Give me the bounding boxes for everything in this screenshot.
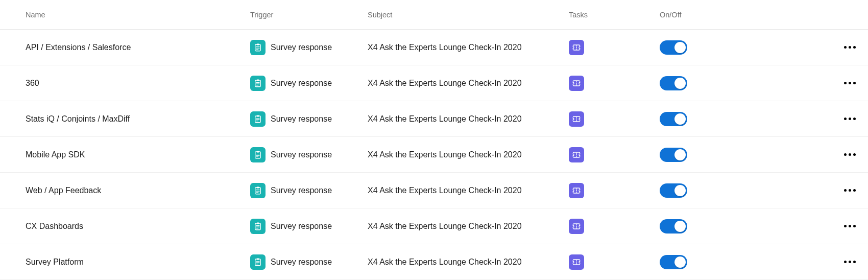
table-header-row: Name Trigger Subject Tasks On/Off — [0, 0, 868, 30]
more-actions-button[interactable] — [841, 222, 859, 230]
column-header-name[interactable]: Name — [26, 11, 250, 19]
survey-response-icon — [250, 111, 266, 127]
svg-rect-9 — [257, 79, 259, 81]
svg-rect-40 — [255, 223, 261, 230]
table-row[interactable]: Web / App Feedback Survey response X4 As… — [0, 173, 868, 208]
column-header-trigger[interactable]: Trigger — [250, 11, 368, 19]
toggle-knob — [674, 113, 686, 125]
trigger-label: Survey response — [271, 150, 332, 159]
ticket-icon — [569, 40, 584, 55]
trigger-label: Survey response — [271, 222, 332, 231]
column-header-onoff[interactable]: On/Off — [660, 11, 740, 19]
svg-rect-41 — [257, 222, 259, 224]
onoff-toggle[interactable] — [660, 219, 687, 234]
workflow-name: API / Extensions / Salesforce — [26, 43, 131, 52]
svg-rect-33 — [257, 186, 259, 188]
more-actions-button[interactable] — [841, 43, 859, 52]
trigger-label: Survey response — [271, 258, 332, 267]
table-row[interactable]: API / Extensions / Salesforce Survey res… — [0, 30, 868, 65]
column-header-tasks[interactable]: Tasks — [569, 11, 660, 19]
ticket-icon — [569, 76, 584, 91]
svg-rect-0 — [255, 44, 261, 51]
toggle-knob — [674, 221, 686, 232]
trigger-label: Survey response — [271, 114, 332, 124]
trigger-label: Survey response — [271, 186, 332, 195]
workflow-name: 360 — [26, 79, 39, 87]
subject-label: X4 Ask the Experts Lounge Check-In 2020 — [368, 150, 522, 159]
workflow-name: CX Dashboards — [26, 222, 83, 230]
workflow-name: Stats iQ / Conjoints / MaxDiff — [26, 114, 130, 123]
subject-label: X4 Ask the Experts Lounge Check-In 2020 — [368, 222, 522, 230]
svg-rect-1 — [257, 43, 259, 45]
survey-response-icon — [250, 40, 266, 55]
toggle-knob — [674, 78, 686, 89]
more-actions-button[interactable] — [841, 258, 859, 266]
onoff-toggle[interactable] — [660, 255, 687, 269]
survey-response-icon — [250, 147, 266, 162]
more-actions-button[interactable] — [841, 114, 859, 123]
ticket-icon — [569, 183, 584, 198]
column-header-subject[interactable]: Subject — [368, 11, 569, 19]
table-row[interactable]: 360 Survey response X4 Ask the Experts L… — [0, 65, 868, 101]
survey-response-icon — [250, 183, 266, 198]
survey-response-icon — [250, 76, 266, 91]
onoff-toggle[interactable] — [660, 148, 687, 162]
onoff-toggle[interactable] — [660, 183, 687, 198]
ticket-icon — [569, 147, 584, 162]
svg-rect-16 — [255, 116, 261, 123]
workflow-name: Web / App Feedback — [26, 186, 101, 195]
table-row[interactable]: CX Dashboards Survey response X4 Ask the… — [0, 208, 868, 244]
svg-rect-49 — [257, 258, 259, 260]
subject-label: X4 Ask the Experts Lounge Check-In 2020 — [368, 79, 522, 87]
ticket-icon — [569, 111, 584, 127]
ticket-icon — [569, 219, 584, 234]
svg-rect-17 — [257, 115, 259, 116]
toggle-knob — [674, 42, 686, 53]
survey-response-icon — [250, 254, 266, 270]
trigger-label: Survey response — [271, 79, 332, 88]
toggle-knob — [674, 256, 686, 268]
table-row[interactable]: Survey Platform Survey response X4 Ask t… — [0, 244, 868, 280]
onoff-toggle[interactable] — [660, 40, 687, 55]
toggle-knob — [674, 149, 686, 160]
subject-label: X4 Ask the Experts Lounge Check-In 2020 — [368, 43, 522, 52]
svg-rect-24 — [255, 152, 261, 158]
svg-rect-25 — [257, 151, 259, 152]
table-row[interactable]: Mobile App SDK Survey response X4 Ask th… — [0, 137, 868, 173]
workflow-name: Mobile App SDK — [26, 150, 85, 159]
svg-rect-32 — [255, 188, 261, 194]
more-actions-button[interactable] — [841, 186, 859, 195]
more-actions-button[interactable] — [841, 79, 859, 87]
workflow-name: Survey Platform — [26, 258, 84, 266]
svg-rect-8 — [255, 80, 261, 87]
ticket-icon — [569, 254, 584, 270]
table-row[interactable]: Stats iQ / Conjoints / MaxDiff Survey re… — [0, 101, 868, 137]
onoff-toggle[interactable] — [660, 76, 687, 90]
onoff-toggle[interactable] — [660, 112, 687, 126]
trigger-label: Survey response — [271, 43, 332, 52]
more-actions-button[interactable] — [841, 150, 859, 159]
subject-label: X4 Ask the Experts Lounge Check-In 2020 — [368, 114, 522, 123]
subject-label: X4 Ask the Experts Lounge Check-In 2020 — [368, 186, 522, 195]
survey-response-icon — [250, 219, 266, 234]
subject-label: X4 Ask the Experts Lounge Check-In 2020 — [368, 258, 522, 266]
svg-rect-48 — [255, 259, 261, 266]
toggle-knob — [674, 185, 686, 196]
workflows-table: Name Trigger Subject Tasks On/Off API / … — [0, 0, 868, 280]
